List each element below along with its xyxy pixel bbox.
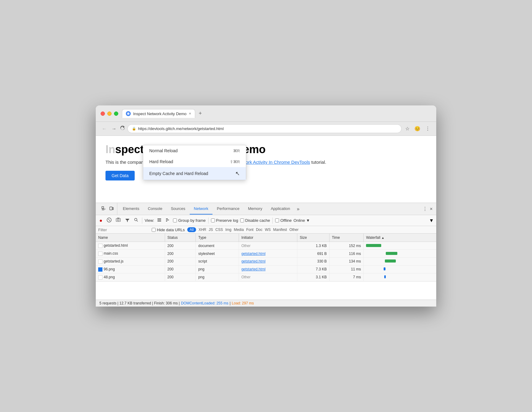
waterfall-view-button[interactable]	[164, 217, 171, 224]
cell-initiator[interactable]: getstarted.html	[239, 250, 297, 258]
device-toolbar-button[interactable]	[109, 205, 115, 212]
table-header-row: Name Status Type Initiator Size	[96, 234, 436, 242]
network-table-container: Name Status Type Initiator Size	[96, 234, 436, 281]
table-row[interactable]: main.css200stylesheetgetstarted.html691 …	[96, 250, 436, 258]
preserve-log-label[interactable]: Preserve log	[211, 218, 238, 223]
table-row[interactable]: getstarted.js200scriptgetstarted.html330…	[96, 258, 436, 266]
minimize-button[interactable]	[107, 112, 112, 116]
devtools-close-button[interactable]: ×	[429, 204, 434, 214]
filter-tag-img[interactable]: Img	[225, 228, 231, 232]
filter-tag-manifest[interactable]: Manifest	[273, 228, 287, 232]
refresh-button[interactable]	[120, 126, 125, 132]
initiator-link[interactable]: getstarted.html	[241, 267, 265, 271]
filter-tag-css[interactable]: CSS	[215, 228, 223, 232]
preserve-log-checkbox[interactable]	[211, 218, 215, 222]
hide-data-urls-label[interactable]: Hide data URLs	[152, 228, 185, 232]
context-menu-item-normal-reload[interactable]: Normal Reload ⌘R	[143, 145, 246, 156]
waterfall-bar	[384, 275, 386, 278]
clear-button[interactable]	[105, 217, 113, 224]
tab-memory[interactable]: Memory	[244, 203, 267, 215]
more-tabs-button[interactable]: »	[294, 203, 302, 215]
filter-tag-doc[interactable]: Doc	[256, 228, 262, 232]
new-tab-button[interactable]: +	[196, 109, 205, 118]
context-menu-item-hard-reload[interactable]: Hard Reload ⇧⌘R	[143, 156, 246, 167]
cell-waterfall	[364, 273, 436, 281]
filter-tag-media[interactable]: Media	[234, 228, 244, 232]
table-row[interactable]: getstarted.html200documentOther1.3 KB152…	[96, 242, 436, 250]
back-button[interactable]: ←	[101, 125, 108, 133]
search-button[interactable]	[133, 217, 140, 224]
inspect-element-button[interactable]	[101, 205, 107, 212]
cell-status: 200	[165, 273, 196, 281]
offline-label[interactable]: Offline	[275, 218, 292, 223]
bookmark-button[interactable]: ☆	[404, 125, 411, 133]
cell-initiator[interactable]: getstarted.html	[239, 265, 297, 273]
col-initiator[interactable]: Initiator	[239, 234, 297, 242]
tab-performance[interactable]: Performance	[212, 203, 244, 215]
hide-data-urls-checkbox[interactable]	[152, 228, 156, 232]
filter-tag-font[interactable]: Font	[246, 228, 254, 232]
forward-button[interactable]: →	[110, 125, 118, 133]
filter-button[interactable]	[124, 217, 131, 224]
filter-tags: All XHR JS CSS Img Media Font Doc WS Man…	[187, 227, 299, 232]
screenshot-button[interactable]	[115, 217, 122, 224]
cell-name: 48.png	[96, 273, 165, 281]
filter-tag-xhr[interactable]: XHR	[199, 228, 206, 232]
table-row[interactable]: 48.png200pngOther3.1 KB7 ms	[96, 273, 436, 281]
file-name: getstarted.html	[104, 243, 128, 248]
tab-application[interactable]: Application	[267, 203, 295, 215]
devtools-menu-button[interactable]: ⋮	[421, 204, 429, 214]
filter-tag-other[interactable]: Other	[289, 228, 299, 232]
filter-tag-ws[interactable]: WS	[265, 228, 271, 232]
context-menu-item-empty-cache[interactable]: Empty Cache and Hard Reload ↖	[143, 167, 246, 180]
online-dropdown[interactable]: Online ▼	[294, 218, 310, 223]
maximize-button[interactable]	[114, 112, 118, 116]
filter-input[interactable]	[98, 228, 149, 232]
cell-initiator[interactable]: getstarted.html	[239, 258, 297, 266]
col-size[interactable]: Size	[297, 234, 330, 242]
throttle-arrow[interactable]: ▼	[429, 218, 434, 223]
file-icon	[98, 267, 102, 272]
disable-cache-checkbox[interactable]	[240, 218, 244, 222]
filter-bar: Hide data URLs All XHR JS CSS Img Media …	[96, 226, 436, 234]
file-icon	[98, 259, 102, 264]
table-row[interactable]: 96.png200pnggetstarted.html7.3 KB11 ms	[96, 265, 436, 273]
filter-tag-all[interactable]: All	[187, 227, 196, 232]
col-waterfall[interactable]: Waterfall ▲	[364, 234, 436, 242]
col-name[interactable]: Name	[96, 234, 165, 242]
cell-size: 1.3 KB	[297, 242, 330, 250]
active-tab[interactable]: Inspect Network Activity Demo ×	[122, 109, 195, 118]
cell-name: main.css	[96, 250, 165, 258]
list-view-button[interactable]	[156, 217, 163, 224]
get-data-button[interactable]: Get Data	[105, 171, 135, 180]
cell-status: 200	[165, 265, 196, 273]
col-time[interactable]: Time	[329, 234, 363, 242]
profile-button[interactable]: 😊	[413, 125, 422, 133]
cell-initiator: Other	[239, 242, 297, 250]
url-bar[interactable]: 🔒 https://devtools.glitch.me/network/get…	[127, 124, 402, 133]
offline-checkbox[interactable]	[275, 218, 279, 222]
close-button[interactable]	[101, 112, 105, 116]
file-name: 96.png	[104, 267, 115, 271]
initiator-link[interactable]: getstarted.html	[241, 259, 265, 263]
col-type[interactable]: Type	[196, 234, 239, 242]
filter-tag-js[interactable]: JS	[209, 228, 213, 232]
tab-network[interactable]: Network	[190, 203, 213, 215]
tab-sources[interactable]: Sources	[167, 203, 190, 215]
file-icon	[98, 252, 102, 256]
svg-rect-1	[102, 207, 104, 208]
group-by-frame-checkbox[interactable]	[173, 218, 177, 222]
col-status[interactable]: Status	[165, 234, 196, 242]
browser-menu-button[interactable]: ⋮	[424, 125, 431, 133]
url-prefix: https://	[138, 126, 150, 131]
normal-reload-shortcut: ⌘R	[233, 149, 240, 153]
tab-console[interactable]: Console	[143, 203, 167, 215]
initiator-link[interactable]: getstarted.html	[241, 252, 265, 256]
disable-cache-label[interactable]: Disable cache	[240, 218, 270, 223]
tab-close-button[interactable]: ×	[189, 112, 191, 116]
tab-elements[interactable]: Elements	[119, 203, 143, 215]
record-button[interactable]: ●	[98, 217, 104, 224]
svg-rect-11	[157, 218, 161, 219]
group-by-frame-label[interactable]: Group by frame	[173, 218, 206, 223]
browser-window: Inspect Network Activity Demo × + ← → 🔒 …	[96, 105, 436, 306]
